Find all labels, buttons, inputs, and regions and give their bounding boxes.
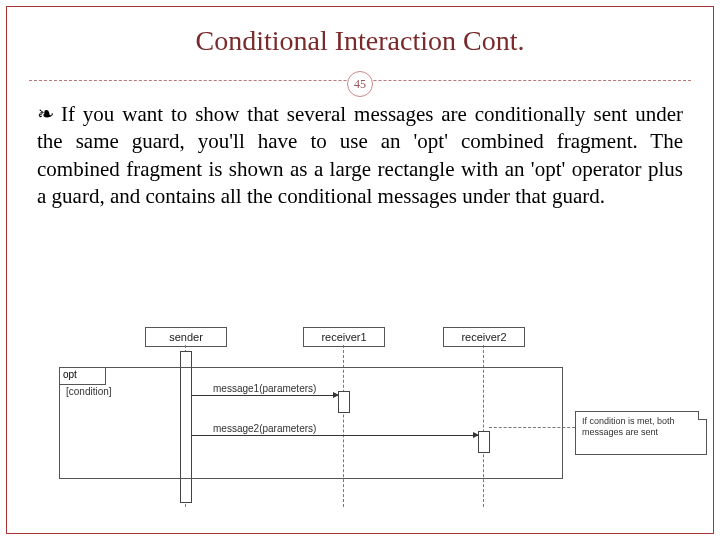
message2-label: message2(parameters) [213, 423, 316, 434]
activation-receiver2 [478, 431, 490, 453]
body-text: If you want to show that several message… [37, 102, 683, 208]
lifeline-receiver2: receiver2 [443, 327, 525, 347]
body-paragraph: ❧If you want to show that several messag… [37, 101, 683, 210]
lifeline-receiver1: receiver1 [303, 327, 385, 347]
message1-arrow [191, 395, 338, 396]
sequence-diagram: sender receiver1 receiver2 opt [conditio… [53, 327, 681, 507]
opt-guard: [condition] [66, 386, 112, 397]
message2-arrow [191, 435, 478, 436]
bullet-icon: ❧ [37, 102, 55, 126]
lifeline-sender: sender [145, 327, 227, 347]
message1-label: message1(parameters) [213, 383, 316, 394]
note-connector [489, 427, 575, 428]
diagram-note: If condition is met, both messages are s… [575, 411, 707, 455]
slide-title: Conditional Interaction Cont. [7, 25, 713, 57]
slide-frame: Conditional Interaction Cont. 45 ❧If you… [6, 6, 714, 534]
divider: 45 [29, 71, 691, 91]
opt-operator-label: opt [60, 368, 106, 385]
activation-receiver1 [338, 391, 350, 413]
page-number-badge: 45 [347, 71, 373, 97]
